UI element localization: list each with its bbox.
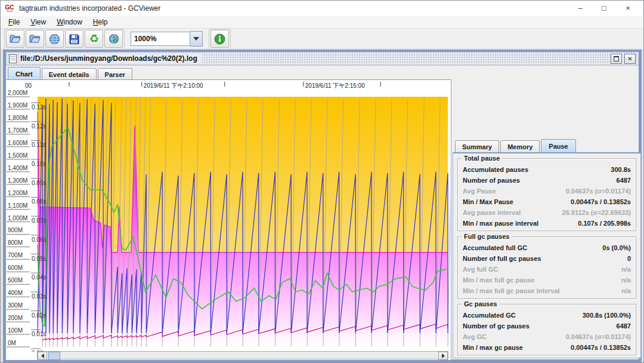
svg-text:0.09s: 0.09s (32, 180, 46, 186)
svg-text:0.03s: 0.03s (32, 293, 46, 300)
svg-text:0M: 0M (8, 340, 16, 346)
menu-view[interactable]: View (25, 17, 51, 27)
stat-value: 0.04637s (σ=0.01174) (566, 333, 631, 340)
disk-icon (69, 34, 79, 44)
stat-label: Avg full GC (463, 266, 498, 273)
stat-row: Min / max pause interval0.107s / 205.998… (463, 218, 631, 229)
close-button[interactable]: × (616, 1, 640, 16)
svg-text:400M: 400M (8, 290, 23, 296)
svg-text:0.02s: 0.02s (32, 312, 46, 319)
svg-text:0.04s: 0.04s (32, 274, 46, 281)
refresh-button[interactable]: ♻ (85, 30, 103, 48)
chevron-down-icon (193, 37, 199, 41)
about-button[interactable] (210, 30, 229, 48)
document-tabs: ChartEvent detailsParser (6, 66, 639, 80)
svg-text:100M: 100M (8, 327, 23, 334)
stat-value: 0.107s / 205.998s (578, 220, 631, 227)
stat-row: Min / Max Pause0.00447s / 0.13852s (463, 196, 631, 207)
stat-value: n/a (621, 287, 631, 294)
stat-row: Min / max full gc pause intervaln/a (463, 285, 631, 296)
svg-text:1,900M: 1,900M (8, 102, 27, 109)
stat-row: Number of full gc pauses0 (463, 253, 631, 264)
os-titlebar: GCviewer tagtraum industries incorporate… (1, 1, 643, 16)
export-button[interactable] (65, 30, 83, 48)
frame-restore-button[interactable] (611, 54, 622, 64)
gc-chart: 0M100M200M300M400M500M600M700M800M900M1,… (6, 80, 451, 354)
stat-value: 6487 (617, 322, 631, 330)
frame-close-button[interactable]: ✕ (624, 54, 636, 64)
maximize-button[interactable]: □ (592, 1, 616, 16)
svg-text:0.07s: 0.07s (32, 217, 46, 224)
group-title: Total pause (462, 155, 502, 162)
arrow-right-icon (442, 353, 445, 358)
stat-value: 0 (627, 255, 631, 262)
toolbar-info-group (209, 29, 231, 49)
tab-chart[interactable]: Chart (8, 67, 41, 80)
scroll-left-button[interactable] (38, 352, 47, 360)
zoom-dropdown-button[interactable] (190, 31, 203, 47)
scroll-right-button[interactable] (438, 352, 448, 360)
close-icon: ✕ (627, 56, 632, 62)
minimize-button[interactable]: – (568, 1, 592, 16)
group-title: Full gc pauses (462, 233, 512, 240)
group-total-pause: Total pauseAccumulated pauses300.8sNumbe… (457, 158, 636, 231)
stat-value: n/a (621, 266, 631, 273)
svg-text:1,600M: 1,600M (8, 140, 27, 146)
open-file-button[interactable] (6, 30, 24, 48)
stat-label: Min / max full gc pause (463, 276, 534, 284)
stat-value: 0s (0.0%) (602, 244, 631, 251)
scrollbar-track[interactable] (47, 352, 438, 359)
svg-text:500M: 500M (8, 277, 23, 284)
menu-file[interactable]: File (3, 17, 25, 27)
stat-row: Accumulated GC300.8s (100.0%) (463, 310, 631, 321)
zoom-value-field[interactable]: 1000% (131, 32, 190, 46)
svg-text:2019/6/11 下午2:15:00: 2019/6/11 下午2:15:00 (305, 82, 365, 89)
stats-tab-memory[interactable]: Memory (500, 140, 540, 152)
open-url-button[interactable] (45, 30, 64, 48)
mdi-desktop: file:/D:/Users/junmingyang/Downloads/gc%… (1, 48, 643, 362)
group-full-gc-pauses: Full gc pausesAccumulated full GC0s (0.0… (457, 236, 636, 299)
document-frame-titlebar[interactable]: file:/D:/Users/junmingyang/Downloads/gc%… (6, 52, 639, 66)
stats-tab-pause[interactable]: Pause (541, 139, 575, 152)
svg-text:1,700M: 1,700M (8, 127, 27, 134)
stat-label: Accumulated GC (463, 312, 516, 319)
svg-text:1,400M: 1,400M (8, 165, 27, 171)
add-file-button[interactable] (26, 30, 44, 48)
menu-help[interactable]: Help (88, 17, 113, 27)
stat-row: Number of pauses6487 (463, 175, 631, 186)
stat-row: Avg pause interval26.9112s (σ=22.69633) (463, 207, 631, 218)
stat-label: Accumulated pauses (463, 166, 528, 173)
stat-row: Avg full GCn/a (463, 264, 631, 275)
svg-text:1,300M: 1,300M (8, 177, 27, 184)
pause-tab-content: Total pauseAccumulated pauses300.8sNumbe… (453, 152, 641, 358)
stat-row: Min / max full gc pausen/a (463, 275, 631, 285)
svg-text:1,000M: 1,000M (8, 215, 27, 222)
watch-button[interactable]: ♻ (104, 30, 123, 48)
frame-content: 0M100M200M300M400M500M600M700M800M900M1,… (6, 79, 639, 359)
stat-row: Avg Pause0.04637s (σ=0.01174) (463, 186, 631, 196)
group-gc-pauses: Gc pausesAccumulated GC300.8s (100.0%)Nu… (457, 304, 636, 355)
tab-parser[interactable]: Parser (98, 68, 132, 80)
zoom-combobox[interactable]: 1000% (131, 31, 203, 47)
stat-row: Number of gc pauses6487 (463, 321, 631, 331)
chart-horizontal-scrollbar[interactable] (37, 351, 448, 359)
group-title: Gc pauses (462, 300, 500, 307)
scrollbar-thumb[interactable] (48, 352, 60, 360)
stat-label: Avg pause interval (463, 209, 521, 216)
tab-event-details[interactable]: Event details (42, 68, 97, 80)
stat-value: 26.9112s (σ=22.69633) (562, 209, 631, 216)
info-icon (214, 33, 225, 45)
stat-label: Accumulated full GC (463, 244, 527, 251)
stats-tab-summary[interactable]: Summary (455, 140, 499, 152)
svg-text:900M: 900M (8, 227, 23, 233)
globe-icon (49, 33, 60, 45)
svg-text:1,200M: 1,200M (8, 190, 27, 196)
svg-text:0.11s: 0.11s (32, 141, 46, 148)
app-icon: GCviewer (4, 4, 15, 13)
stat-value: 300.8s (100.0%) (583, 312, 631, 319)
svg-text:0.13s: 0.13s (32, 104, 46, 110)
svg-text:0.08s: 0.08s (32, 198, 46, 205)
stat-row: Accumulated pauses300.8s (463, 164, 631, 175)
menu-window[interactable]: Window (51, 17, 88, 27)
document-title: file:/D:/Users/junmingyang/Downloads/gc%… (20, 54, 202, 63)
